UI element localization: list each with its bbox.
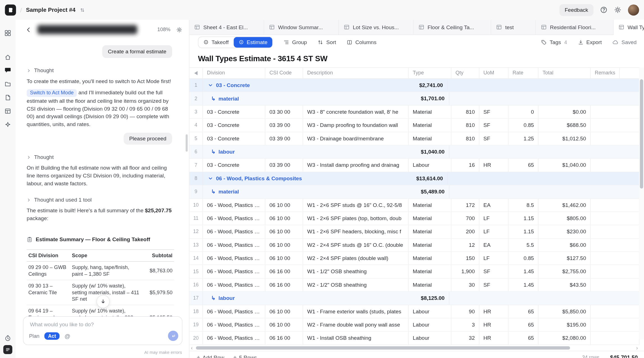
chat-input[interactable]: [29, 321, 170, 328]
tab-wall-ty[interactable]: Wall Ty...: [614, 20, 644, 35]
cell-qty[interactable]: 810: [451, 119, 479, 132]
row-number[interactable]: 15: [189, 265, 203, 278]
cell-total[interactable]: $1,040.00: [538, 159, 591, 172]
cell-csi-code[interactable]: 06 16 00: [265, 279, 303, 291]
cell-remarks[interactable]: [591, 199, 640, 211]
app-logo[interactable]: [5, 4, 16, 15]
cell-uom[interactable]: SF: [479, 106, 508, 118]
grid-subgroup-row[interactable]: 6↳labour$1,040.00: [189, 145, 639, 159]
cell-type[interactable]: Material: [409, 119, 451, 132]
cell-description[interactable]: W1 - 2×6 SPF plates (top, bottom, doub: [303, 212, 409, 225]
cell-uom[interactable]: HR: [479, 159, 508, 172]
columns-button[interactable]: Columns: [347, 39, 376, 45]
cell-rate[interactable]: 1.15: [508, 212, 538, 225]
cell-division[interactable]: 06 - Wood, Plastics & Composites: [203, 318, 265, 331]
grid-row[interactable]: 503 - Concrete03 39 00W3 - Drainage boar…: [189, 132, 639, 145]
grid-subgroup-row[interactable]: 17↳labour$8,125.00: [189, 292, 639, 305]
cell-division[interactable]: 03 - Concrete: [203, 159, 265, 172]
mention-icon[interactable]: @: [65, 332, 70, 339]
cell-rate[interactable]: 65: [508, 332, 538, 345]
tab-sheet-4-east-el[interactable]: Sheet 4 - East El...: [189, 20, 264, 35]
row-number[interactable]: 1: [189, 79, 203, 92]
cell-remarks[interactable]: [591, 252, 640, 265]
row-number[interactable]: 16: [189, 279, 203, 291]
row-number[interactable]: 18: [189, 305, 203, 318]
cell-rate[interactable]: 0.85: [508, 252, 538, 265]
cell-qty[interactable]: 700: [451, 212, 479, 225]
cell-total[interactable]: $195.00: [538, 318, 591, 331]
cell-remarks[interactable]: [591, 265, 640, 278]
cell-qty[interactable]: 16: [451, 159, 479, 172]
cell-remarks[interactable]: [591, 225, 640, 238]
cell-description[interactable]: W1 - Install OSB sheathing: [303, 332, 409, 345]
tab-window-summar[interactable]: Window Summar...: [264, 20, 339, 35]
chat-scrollbar[interactable]: [186, 134, 188, 151]
cell-csi-code[interactable]: 06 10 00: [265, 305, 303, 318]
grid-subgroup-row[interactable]: 2↳material$1,701.00: [189, 92, 639, 105]
row-number[interactable]: 5: [189, 132, 203, 145]
plan-mode-toggle[interactable]: Plan: [29, 333, 40, 339]
vscroll-thumb[interactable]: [640, 79, 643, 188]
cell-division[interactable]: 03 - Concrete: [203, 132, 265, 145]
row-number[interactable]: 8: [189, 172, 203, 185]
grid-row[interactable]: 1606 - Wood, Plastics & Composites06 16 …: [189, 279, 639, 292]
cell-remarks[interactable]: [591, 212, 640, 225]
cell-csi-code[interactable]: 06 10 00: [265, 318, 303, 331]
column-header-csi[interactable]: CSI Code: [265, 68, 303, 78]
cell-qty[interactable]: 32: [451, 332, 479, 345]
tab-residential-floori[interactable]: Residential Floori...: [536, 20, 614, 35]
cell-division[interactable]: 03 - Concrete: [203, 119, 265, 132]
cell-csi-code[interactable]: 03 39 00: [265, 159, 303, 172]
cell-description[interactable]: W2 - 2×4 SPF plates (double wall): [303, 252, 409, 265]
group-total[interactable]: $13,614.00: [395, 172, 447, 185]
cell-division[interactable]: 06 - Wood, Plastics & Composites: [203, 305, 265, 318]
cell-division[interactable]: 06 - Wood, Plastics & Composites: [203, 212, 265, 225]
group-total[interactable]: $1,701.00: [397, 92, 449, 105]
group-label[interactable]: ↳material: [203, 92, 397, 105]
cell-qty[interactable]: 90: [451, 305, 479, 318]
cell-rate[interactable]: 1.45: [508, 265, 538, 278]
cell-remarks[interactable]: [447, 172, 640, 185]
cell-qty[interactable]: 30: [451, 279, 479, 291]
cell-uom[interactable]: EA: [479, 239, 508, 252]
settings-gear-icon[interactable]: [614, 6, 621, 13]
row-number[interactable]: 2: [189, 92, 203, 105]
zoom-level[interactable]: 108%: [157, 27, 170, 32]
cell-uom[interactable]: SF: [479, 132, 508, 145]
cell-uom[interactable]: LF: [479, 212, 508, 225]
cell-remarks[interactable]: [449, 292, 640, 305]
cell-description[interactable]: W3 - 8" concrete foundation wall, 8' he: [303, 106, 409, 118]
cell-remarks[interactable]: [447, 79, 640, 92]
cell-uom[interactable]: LF: [479, 225, 508, 238]
cell-type[interactable]: Material: [409, 279, 451, 291]
group-total[interactable]: $1,040.00: [397, 145, 449, 158]
cell-qty[interactable]: 12: [451, 239, 479, 252]
cell-total[interactable]: $1,462.00: [538, 199, 591, 211]
group-label[interactable]: ↳material: [203, 185, 397, 198]
user-avatar[interactable]: [628, 4, 639, 15]
cell-rate[interactable]: 0.85: [508, 119, 538, 132]
cell-rate[interactable]: 5.5: [508, 239, 538, 252]
grid-row[interactable]: 1806 - Wood, Plastics & Composites06 10 …: [189, 305, 639, 318]
cell-division[interactable]: 06 - Wood, Plastics & Composites: [203, 279, 265, 291]
row-number[interactable]: 12: [189, 225, 203, 238]
cell-type[interactable]: Labour: [409, 332, 451, 345]
thought-tool-toggle[interactable]: Thought and used 1 tool: [27, 197, 174, 203]
cell-remarks[interactable]: [591, 318, 640, 331]
cell-type[interactable]: Material: [409, 252, 451, 265]
cell-division[interactable]: 06 - Wood, Plastics & Composites: [203, 265, 265, 278]
cell-uom[interactable]: SF: [479, 279, 508, 291]
cell-type[interactable]: Material: [409, 199, 451, 211]
grid-row[interactable]: 1306 - Wood, Plastics & Composites06 10 …: [189, 239, 639, 252]
row-number[interactable]: 20: [189, 332, 203, 345]
cell-uom[interactable]: SF: [479, 119, 508, 132]
cell-type[interactable]: Material: [409, 106, 451, 118]
cell-description[interactable]: W1 - 1/2" OSB sheathing: [303, 265, 409, 278]
cell-description[interactable]: W3 - Install damp proofing and drainag: [303, 159, 409, 172]
grid-row[interactable]: 1206 - Wood, Plastics & Composites06 10 …: [189, 225, 639, 238]
timer-icon[interactable]: [4, 335, 11, 343]
cell-division[interactable]: 06 - Wood, Plastics & Composites: [203, 252, 265, 265]
cell-remarks[interactable]: [449, 92, 640, 105]
sort-button[interactable]: Sort: [318, 39, 336, 45]
group-button[interactable]: Group: [284, 39, 307, 45]
